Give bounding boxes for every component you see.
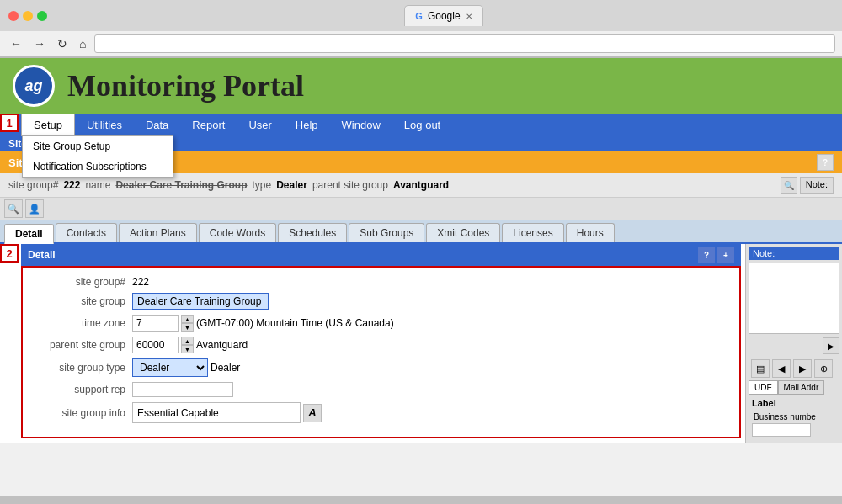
tab-licenses[interactable]: Licenses	[502, 223, 563, 242]
notes-text-area[interactable]	[749, 263, 839, 334]
traffic-lights	[8, 11, 47, 21]
input-site-group[interactable]	[132, 293, 269, 310]
label-heading: Label	[752, 398, 836, 408]
detail-question-icon[interactable]: ?	[698, 247, 715, 263]
label-area: Label Business numbe	[749, 395, 839, 440]
site-name-label: name	[85, 179, 110, 191]
title-bar: G Google ✕	[0, 0, 842, 31]
scroll-row: ▶	[749, 337, 839, 354]
toolbar-row: 🔍 👤	[0, 198, 842, 220]
person-tool[interactable]: 👤	[25, 199, 44, 218]
detail-panel: Detail ? + site group# 222 site group	[0, 244, 745, 443]
parent-site-group-down-icon[interactable]: ▼	[181, 345, 194, 353]
tab-sub-groups[interactable]: Sub Groups	[349, 223, 424, 242]
menu-bar: Setup Site Group Setup Notification Subs…	[0, 114, 842, 136]
menu-utilities[interactable]: Utilities	[75, 114, 134, 135]
label-parent-site-group: parent site group	[31, 339, 132, 351]
detail-plus-icon[interactable]: +	[717, 247, 734, 263]
site-group-num-label: site group#	[8, 179, 58, 191]
field-row-parent-site-group: parent site group ▲ ▼ Avantguard	[31, 337, 731, 353]
main-body: 2 Detail ? + site group# 222 sit	[0, 244, 842, 443]
field-row-support-rep: support rep	[31, 382, 731, 397]
tab-xmit-codes[interactable]: Xmit Codes	[426, 223, 500, 242]
tab-hours[interactable]: Hours	[566, 223, 615, 242]
menu-report[interactable]: Report	[180, 114, 237, 135]
input-parent-site-group[interactable]	[132, 337, 179, 353]
tab-contacts[interactable]: Contacts	[56, 223, 117, 242]
time-zone-input-group: ▲ ▼ (GMT-07:00) Mountain Time (US & Cana…	[132, 315, 394, 332]
question-icon[interactable]: ?	[817, 154, 834, 171]
browser-chrome: G Google ✕ ← → ↻ ⌂	[0, 0, 842, 58]
menu-help[interactable]: Help	[284, 114, 330, 135]
time-zone-down-icon[interactable]: ▼	[181, 323, 194, 332]
field-row-site-group-type: site group type Dealer Dealer	[31, 358, 731, 377]
magnifier-tool[interactable]: 🔍	[4, 199, 23, 218]
detail-header-icons: ? +	[698, 247, 734, 263]
refresh-button[interactable]: ↻	[54, 35, 71, 52]
menu-area: 1 Setup Site Group Setup Notification Su…	[0, 114, 842, 136]
forward-button[interactable]: →	[30, 35, 49, 52]
menu-user[interactable]: User	[237, 114, 283, 135]
info-row-tools: 🔍 Note:	[781, 177, 834, 194]
right-tool-4[interactable]: ⊕	[814, 359, 833, 378]
site-group-num-value: 222	[63, 179, 80, 191]
site-group-type-text: Dealer	[210, 362, 240, 374]
tab-udf[interactable]: UDF	[749, 380, 778, 395]
field-row-site-group: site group	[31, 293, 731, 310]
input-site-group-info[interactable]: Essential Capable	[132, 402, 301, 423]
right-tool-1[interactable]: ▤	[751, 359, 770, 378]
notes-header-label: Note:	[753, 248, 775, 258]
label-site-group: site group	[31, 295, 132, 307]
label-support-rep: support rep	[31, 384, 132, 395]
input-support-rep[interactable]	[132, 382, 233, 397]
tab-schedules[interactable]: Schedules	[278, 223, 347, 242]
select-site-group-type[interactable]: Dealer	[132, 358, 208, 377]
right-panel: Note: ▶ ▤ ◀ ▶ ⊕ UDF Mail Addr Label	[745, 244, 842, 443]
detail-panel-title: Detail	[28, 249, 56, 261]
tab-title: Google	[428, 10, 461, 22]
maximize-button[interactable]	[37, 11, 47, 21]
app-title: Monitoring Portal	[67, 68, 304, 103]
time-zone-spinner: ▲ ▼	[181, 315, 194, 332]
site-type-value: Dealer	[276, 179, 307, 191]
value-site-group-num: 222	[132, 276, 149, 288]
tab-detail[interactable]: Detail	[4, 224, 54, 244]
home-button[interactable]: ⌂	[76, 35, 89, 52]
parent-site-group-spinner: ▲ ▼	[181, 337, 194, 353]
parent-site-group-up-icon[interactable]: ▲	[181, 337, 194, 345]
site-group-info-input-group: Essential Capable A	[132, 402, 322, 423]
menu-setup[interactable]: Setup Site Group Setup Notification Subs…	[21, 114, 75, 136]
nav-bar: ← → ↻ ⌂	[0, 31, 842, 57]
tab-action-plans[interactable]: Action Plans	[119, 223, 197, 242]
minimize-button[interactable]	[23, 11, 33, 21]
tab-close-icon[interactable]: ✕	[466, 12, 472, 21]
field-row-time-zone: time zone ▲ ▼ (GMT-07:00) Mountain Time …	[31, 315, 731, 332]
app-header: ag Monitoring Portal	[0, 58, 842, 114]
scroll-right-icon[interactable]: ▶	[823, 337, 839, 354]
parent-site-group-text: Avantguard	[196, 339, 248, 351]
site-group-type-input-group: Dealer Dealer	[132, 358, 240, 377]
numbered-box-2: 2	[0, 244, 19, 263]
business-number-input[interactable]	[752, 423, 811, 437]
back-button[interactable]: ←	[7, 35, 25, 52]
address-bar[interactable]	[94, 34, 835, 53]
app-logo: ag	[13, 65, 55, 107]
dropdown-notification-subscriptions[interactable]: Notification Subscriptions	[23, 157, 173, 177]
menu-data[interactable]: Data	[134, 114, 180, 135]
browser-tab[interactable]: G Google ✕	[404, 5, 482, 26]
tab-code-words[interactable]: Code Words	[199, 223, 276, 242]
site-parent-value: Avantguard	[393, 179, 449, 191]
close-button[interactable]	[8, 11, 19, 21]
dropdown-site-group-setup[interactable]: Site Group Setup	[23, 136, 173, 157]
text-format-icon[interactable]: A	[303, 404, 322, 422]
detail-body: site group# 222 site group time zone ▲ ▼	[21, 266, 741, 438]
menu-logout[interactable]: Log out	[392, 114, 452, 135]
app-container: ag Monitoring Portal 1 Setup Site Group …	[0, 58, 842, 496]
menu-window[interactable]: Window	[330, 114, 392, 135]
tab-mail-addr[interactable]: Mail Addr	[778, 380, 825, 395]
right-tool-2[interactable]: ◀	[772, 359, 791, 378]
right-tool-3[interactable]: ▶	[793, 359, 812, 378]
input-time-zone[interactable]	[132, 315, 179, 332]
search-record-icon[interactable]: 🔍	[781, 177, 797, 194]
time-zone-up-icon[interactable]: ▲	[181, 315, 194, 323]
